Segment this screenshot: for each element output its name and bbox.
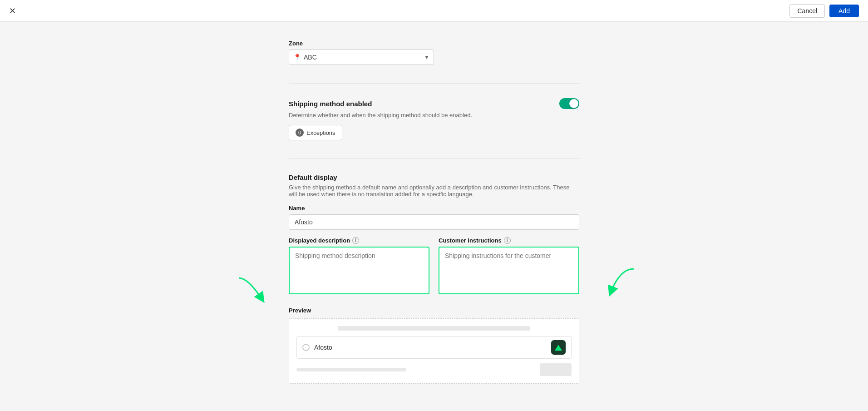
- shipping-enabled-toggle[interactable]: [559, 98, 579, 109]
- name-input[interactable]: [289, 214, 579, 230]
- close-button[interactable]: ✕: [9, 6, 16, 16]
- zone-select-wrapper: 📍 ABC ▼: [289, 50, 434, 65]
- preview-radio: [302, 344, 310, 351]
- add-button[interactable]: Add: [829, 5, 859, 17]
- preview-skeleton-button: [540, 363, 572, 376]
- arrow-left-icon: [234, 273, 280, 305]
- divider-2: [289, 158, 579, 159]
- cancel-button[interactable]: Cancel: [789, 4, 825, 18]
- zone-select[interactable]: ABC: [289, 50, 434, 65]
- shipping-enabled-header: Shipping method enabled: [289, 98, 579, 109]
- description-field-group: Displayed description i: [289, 237, 429, 296]
- divider-1: [289, 83, 579, 84]
- preview-shipping-row: Afosto: [296, 336, 572, 359]
- name-label: Name: [289, 205, 579, 212]
- shipping-enabled-desc: Determine whether and when the shipping …: [289, 112, 579, 119]
- toggle-thumb: [569, 99, 578, 108]
- main-content: Zone 📍 ABC ▼ Shipping method enabled Det…: [280, 22, 588, 411]
- arrow-right-icon: [588, 264, 638, 301]
- default-display-title: Default display: [289, 173, 579, 181]
- exceptions-button[interactable]: 0 Exceptions: [289, 125, 342, 140]
- preview-skeleton-top: [338, 326, 530, 331]
- exceptions-count: 0: [296, 129, 304, 137]
- preview-section: Preview Afosto: [289, 307, 579, 384]
- instructions-textarea[interactable]: [439, 247, 579, 294]
- top-bar: ✕ Cancel Add: [0, 0, 868, 22]
- preview-bottom-skeleton: [296, 363, 572, 376]
- preview-logo-triangle: [555, 345, 562, 351]
- close-icon: ✕: [9, 6, 16, 16]
- two-col-fields: Displayed description i Customer instruc…: [289, 237, 579, 296]
- shipping-enabled-section: Shipping method enabled Determine whethe…: [289, 98, 579, 140]
- description-field-label: Displayed description i: [289, 237, 429, 244]
- preview-skeleton-bottom-left: [296, 368, 406, 371]
- zone-section: Zone 📍 ABC ▼: [289, 40, 579, 65]
- description-info-icon[interactable]: i: [352, 237, 359, 244]
- preview-shipping-name: Afosto: [314, 344, 332, 351]
- default-display-desc: Give the shipping method a default name …: [289, 184, 579, 198]
- instructions-field-group: Customer instructions i: [439, 237, 579, 296]
- top-bar-actions: Cancel Add: [789, 4, 859, 18]
- location-icon: 📍: [293, 54, 301, 61]
- description-textarea[interactable]: [289, 247, 429, 294]
- exceptions-label: Exceptions: [306, 129, 335, 136]
- preview-box: Afosto: [289, 318, 579, 384]
- shipping-enabled-title: Shipping method enabled: [289, 100, 372, 108]
- zone-label: Zone: [289, 40, 579, 47]
- name-field-group: Name: [289, 205, 579, 230]
- instructions-field-label: Customer instructions i: [439, 237, 579, 244]
- toggle-track[interactable]: [559, 98, 579, 109]
- preview-logo: [551, 340, 566, 355]
- preview-title: Preview: [289, 307, 579, 314]
- preview-radio-group: Afosto: [302, 344, 332, 351]
- default-display-section: Default display Give the shipping method…: [289, 173, 579, 384]
- instructions-info-icon[interactable]: i: [504, 237, 511, 244]
